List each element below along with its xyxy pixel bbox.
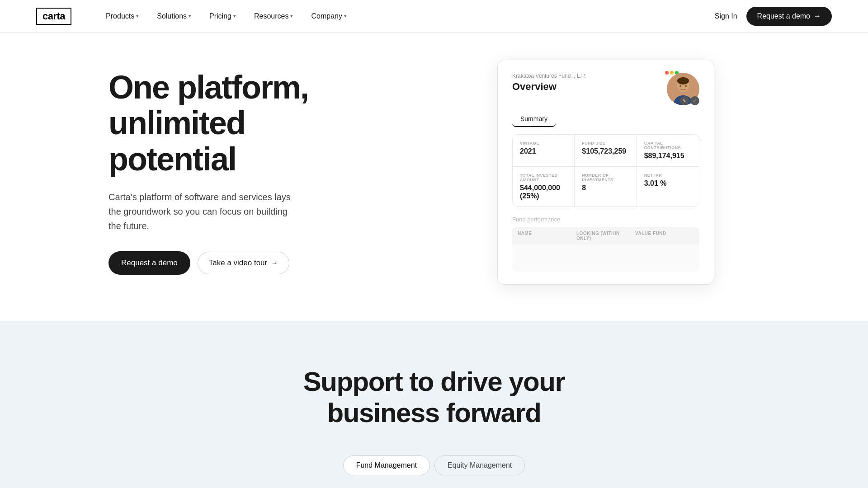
perf-col-looking: Looking (within only): [576, 231, 635, 241]
nav-request-demo-label: Request a demo: [757, 12, 810, 20]
stat-capital-contributions: CAPITAL CONTRIBUTIONS $89,174,915: [637, 135, 699, 167]
chevron-down-icon: ▾: [290, 13, 293, 19]
nav-label-solutions: Solutions: [157, 12, 187, 20]
nav-label-products: Products: [106, 12, 134, 20]
stats-grid: VINTAGE 2021 FUND SIZE $105,723,259 CAPI…: [512, 134, 699, 207]
nav-request-demo-button[interactable]: Request a demo →: [746, 7, 832, 26]
support-title: Support to drive your business forward: [276, 366, 592, 428]
nav-item-resources[interactable]: Resources ▾: [247, 9, 300, 24]
tab-summary[interactable]: Summary: [512, 112, 556, 127]
logo[interactable]: carta: [36, 8, 71, 25]
svg-point-4: [679, 85, 681, 87]
arrow-icon: →: [814, 12, 821, 20]
expand-icon: ⤢: [690, 96, 699, 105]
nav-item-solutions[interactable]: Solutions ▾: [150, 9, 198, 24]
chevron-down-icon: ▾: [136, 13, 139, 19]
hero-subtitle: Carta's platform of software and service…: [108, 190, 298, 233]
stat-num-investments: NUMBER OF INVESTMENTS 8: [575, 167, 637, 206]
hero-card-wrapper: Krakatoa Ventures Fund I, L.P. Overview: [380, 60, 832, 285]
nav-right: Sign In Request a demo →: [715, 7, 832, 26]
avatar-action-icons: ✎ ⤢: [680, 96, 699, 105]
nav-item-products[interactable]: Products ▾: [99, 9, 146, 24]
fund-info: Krakatoa Ventures Fund I, L.P. Overview: [512, 73, 586, 93]
fund-label: Krakatoa Ventures Fund I, L.P.: [512, 73, 586, 79]
perf-col-value: Value Fund: [635, 231, 694, 241]
perf-col-name: Name: [518, 231, 576, 241]
performance-table-body: [512, 244, 699, 272]
hero-title: One platform, unlimited potential: [108, 70, 344, 177]
hero-video-tour-button[interactable]: Take a video tour →: [198, 252, 289, 274]
arrow-icon: →: [271, 259, 278, 267]
stat-vintage: VINTAGE 2021: [513, 135, 575, 167]
pill-fund-management[interactable]: Fund Management: [343, 455, 430, 475]
red-dot: [665, 71, 669, 75]
navbar: carta Products ▾ Solutions ▾ Pricing ▾ R…: [0, 0, 868, 33]
svg-point-2: [677, 77, 689, 84]
fund-performance-label: Fund performance: [512, 216, 699, 223]
yellow-dot: [670, 71, 674, 75]
performance-table-header: Name Looking (within only) Value Fund: [512, 227, 699, 244]
nav-item-pricing[interactable]: Pricing ▾: [202, 9, 243, 24]
chevron-down-icon: ▾: [233, 13, 236, 19]
support-tab-pills: Fund Management Equity Management: [36, 455, 832, 475]
nav-label-resources: Resources: [254, 12, 288, 20]
video-tour-label: Take a video tour: [209, 258, 267, 267]
chevron-down-icon: ▾: [344, 13, 347, 19]
fund-title: Overview: [512, 81, 586, 93]
stat-fund-size: FUND SIZE $105,723,259: [575, 135, 637, 167]
hero-section: One platform, unlimited potential Carta'…: [0, 33, 868, 321]
edit-icon: ✎: [680, 96, 689, 105]
hero-content: One platform, unlimited potential Carta'…: [108, 70, 344, 275]
svg-point-5: [685, 85, 687, 87]
pill-equity-management[interactable]: Equity Management: [434, 455, 525, 475]
chevron-down-icon: ▾: [189, 13, 191, 19]
nav-label-pricing: Pricing: [209, 12, 231, 20]
nav-links: Products ▾ Solutions ▾ Pricing ▾ Resourc…: [99, 9, 715, 24]
sign-in-link[interactable]: Sign In: [715, 12, 737, 20]
nav-item-company[interactable]: Company ▾: [304, 9, 354, 24]
hero-request-demo-button[interactable]: Request a demo: [108, 251, 190, 275]
stat-net-irr: NET IRR 3.01 %: [637, 167, 699, 206]
hero-buttons: Request a demo Take a video tour →: [108, 251, 344, 275]
card-tab-bar: Summary: [512, 112, 699, 127]
nav-label-company: Company: [311, 12, 342, 20]
stat-total-invested: TOTAL INVESTED AMOUNT $44,000,000 (25%): [513, 167, 575, 206]
fund-card: Krakatoa Ventures Fund I, L.P. Overview: [497, 60, 714, 285]
avatar-container: ✎ ⤢: [667, 73, 699, 105]
support-section: Support to drive your business forward F…: [0, 321, 868, 488]
card-header: Krakatoa Ventures Fund I, L.P. Overview: [512, 73, 699, 105]
